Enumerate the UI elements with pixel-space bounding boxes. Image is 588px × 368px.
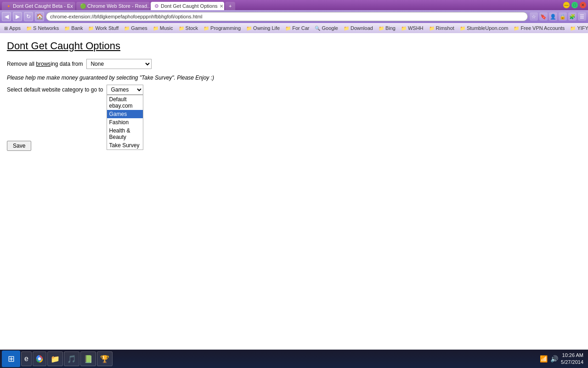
italic-message: Please help me make money guaranteed by … <box>7 75 581 81</box>
tab-1[interactable]: 🔸 Dont Get Caught Beta - Ex ✕ <box>2 2 75 10</box>
star-icon[interactable]: ☆ <box>530 12 538 21</box>
toolbar: ◀ ▶ ↻ 🏠 chrome-extension://bfdlgkempefap… <box>0 10 588 23</box>
svg-point-1 <box>38 357 41 360</box>
page-title: Dont Get Caught Options <box>7 40 581 52</box>
bookmark-bank-label: Bank <box>71 25 83 31</box>
folder-icon-vpn: 📁 <box>514 26 519 31</box>
option-fashion[interactable]: Fashion <box>107 118 143 126</box>
start-button[interactable]: ⊞ <box>2 351 20 367</box>
network-icon: 📶 <box>540 355 548 362</box>
tab3-favicon: ⚙ <box>154 3 159 9</box>
bookmark-google[interactable]: 🔍 Google <box>312 25 340 31</box>
tab3-close[interactable]: ✕ <box>220 4 223 9</box>
bookmark-bank[interactable]: 📁 Bank <box>62 25 85 31</box>
tab2-label: Chrome Web Store - Read... <box>87 3 150 9</box>
remove-select[interactable]: None 1 hour 1 day 1 week 4 weeks the beg… <box>86 59 152 69</box>
tab1-favicon: 🔸 <box>6 3 11 9</box>
title-bar: 🔸 Dont Get Caught Beta - Ex ✕ 🟢 Chrome W… <box>0 0 588 10</box>
category-dropdown-container: Games Default ebay.com Games Fashion Hea… <box>107 85 143 95</box>
bookmark-games-label: Games <box>131 25 147 31</box>
folder-icon-bing: 📁 <box>379 26 384 31</box>
bookmark-icon[interactable]: 🔖 <box>539 12 548 21</box>
address-bar[interactable]: chrome-extension://bfdlgkempefaphofoeppp… <box>46 12 528 21</box>
folder-icon-work: 📁 <box>88 26 94 31</box>
taskbar: ⊞ e 📁 🎵 📗 🏆 📶 🔊 10:26 AM 5/27/2014 <box>0 350 588 368</box>
menu-icon[interactable]: ☰ <box>578 12 586 21</box>
bookmark-rimshot[interactable]: 📁 Rimshot <box>427 25 457 31</box>
option-games-item[interactable]: Games <box>107 110 143 118</box>
folder-icon-yify: 📁 <box>570 26 576 31</box>
bookmark-stock[interactable]: 📁 Stock <box>176 25 201 31</box>
volume-icon: 🔊 <box>550 355 558 362</box>
bookmark-snetworks[interactable]: 📁 S Networks <box>24 25 61 31</box>
save-button[interactable]: Save <box>7 141 31 151</box>
bookmark-download-label: Download <box>351 25 373 31</box>
tray-date-value: 5/27/2014 <box>561 359 583 366</box>
taskbar-excel[interactable]: 📗 <box>80 351 96 366</box>
person-icon[interactable]: 👤 <box>549 12 557 21</box>
folder-icon-rimshot: 📁 <box>429 26 435 31</box>
bookmark-yify[interactable]: 📁 YIFY <box>568 25 588 31</box>
bookmark-stumbleupon-label: StumbleUpon.com <box>467 25 509 31</box>
puzzle-icon[interactable]: 🧩 <box>568 12 577 21</box>
folder-icon-bank: 📁 <box>64 26 70 31</box>
remove-label-part2: ing data from <box>51 61 83 67</box>
tab-2[interactable]: 🟢 Chrome Web Store - Read... ✕ <box>76 2 150 10</box>
remove-label: Remove all browsing data from <box>7 61 83 67</box>
bookmark-yify-label: YIFY <box>577 25 588 31</box>
bookmark-programming[interactable]: 📁 Programming <box>201 25 243 31</box>
bookmark-snetworks-label: S Networks <box>33 25 59 31</box>
folder-icon-download: 📁 <box>344 26 349 31</box>
bookmark-download[interactable]: 📁 Download <box>341 25 375 31</box>
bookmark-forcar[interactable]: 📁 For Car <box>283 25 311 31</box>
tab-3[interactable]: ⚙ Dont Get Caught Options ✕ <box>151 2 224 10</box>
folder-icon-stumble: 📁 <box>460 26 465 31</box>
tab1-close[interactable]: ✕ <box>75 4 75 9</box>
bookmark-stumbleupon[interactable]: 📁 StumbleUpon.com <box>458 25 511 31</box>
folder-icon-owning: 📁 <box>246 26 252 31</box>
browser-frame: 🔸 Dont Get Caught Beta - Ex ✕ 🟢 Chrome W… <box>0 0 588 368</box>
page-content: Dont Get Caught Options Remove all brows… <box>0 33 588 350</box>
bookmark-google-label: Google <box>322 25 338 31</box>
bookmark-apps[interactable]: ⊞ Apps <box>2 25 23 31</box>
bookmark-owninglife[interactable]: 📁 Owning Life <box>244 25 282 31</box>
taskbar-tray: 📶 🔊 10:26 AM 5/27/2014 <box>537 352 586 366</box>
bookmark-workstuff[interactable]: 📁 Work Stuff <box>86 25 121 31</box>
back-button[interactable]: ◀ <box>2 12 11 21</box>
bookmark-games[interactable]: 📁 Games <box>122 25 149 31</box>
remove-label-underline: brows <box>36 61 51 67</box>
tab2-favicon: 🟢 <box>80 3 85 9</box>
lock-icon[interactable]: 🔒 <box>559 12 567 21</box>
bookmark-forcar-label: For Car <box>292 25 309 31</box>
category-dropdown-open[interactable]: Default ebay.com Games Fashion Health & … <box>107 95 143 150</box>
taskbar-chrome[interactable] <box>33 351 46 366</box>
bookmark-bing[interactable]: 📁 Bing <box>376 25 398 31</box>
tabs-area: 🔸 Dont Get Caught Beta - Ex ✕ 🟢 Chrome W… <box>2 0 236 10</box>
taskbar-game[interactable]: 🏆 <box>97 351 113 366</box>
maximize-button[interactable]: □ <box>571 2 578 8</box>
tray-clock: 10:26 AM 5/27/2014 <box>561 352 583 366</box>
taskbar-music[interactable]: 🎵 <box>64 351 79 366</box>
bookmark-wshh-label: WSHH <box>408 25 424 31</box>
taskbar-ie[interactable]: e <box>21 351 32 366</box>
forward-button[interactable]: ▶ <box>13 12 22 21</box>
tab1-label: Dont Get Caught Beta - Ex <box>13 3 73 9</box>
bookmark-wshh[interactable]: 📁 WSHH <box>399 25 426 31</box>
option-ebay[interactable]: Default ebay.com <box>107 95 143 110</box>
bookmark-stock-label: Stock <box>186 25 198 31</box>
bookmark-owninglife-label: Owning Life <box>253 25 280 31</box>
bookmark-vpn[interactable]: 📁 Free VPN Accounts <box>511 25 567 31</box>
bookmark-music[interactable]: 📁 Music <box>151 25 175 31</box>
folder-icon-prog: 📁 <box>204 26 209 31</box>
option-survey[interactable]: Take Survey <box>107 141 143 150</box>
google-icon: 🔍 <box>315 26 320 31</box>
remove-label-part1: Remove all <box>7 61 36 67</box>
home-button[interactable]: 🏠 <box>35 12 44 21</box>
minimize-button[interactable]: — <box>563 2 570 8</box>
category-select[interactable]: Games <box>107 85 143 95</box>
close-button[interactable]: ✕ <box>580 2 586 8</box>
option-health[interactable]: Health & Beauty <box>107 126 143 141</box>
reload-button[interactable]: ↻ <box>24 12 33 21</box>
taskbar-folder[interactable]: 📁 <box>47 351 63 366</box>
tab-4[interactable]: + <box>225 2 235 10</box>
